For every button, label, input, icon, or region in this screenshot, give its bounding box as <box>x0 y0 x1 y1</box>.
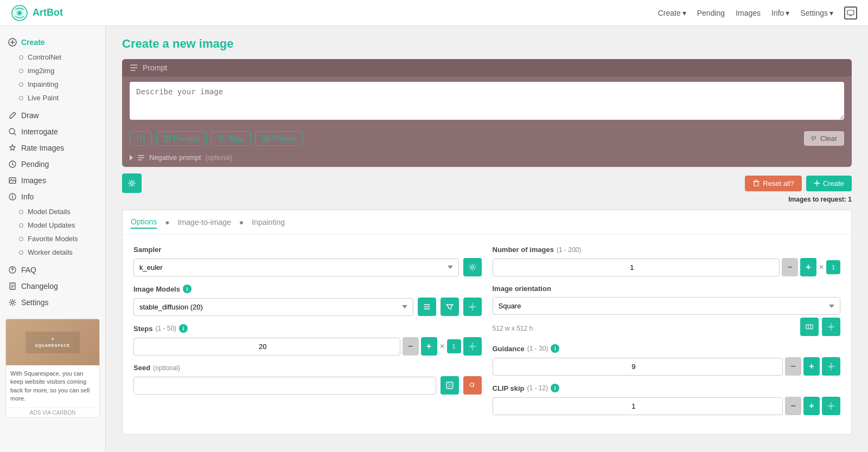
steps-decrement[interactable]: − <box>403 337 419 356</box>
options-grid: Sampler k_euler <box>133 246 840 423</box>
chevron-right-icon <box>130 155 133 160</box>
steps-input[interactable] <box>133 338 400 356</box>
guidance-input[interactable] <box>493 358 783 376</box>
tags-button[interactable]: Tags <box>211 131 250 146</box>
image-orientation-select[interactable]: Square <box>493 297 841 315</box>
seed-back-button[interactable] <box>463 376 482 395</box>
pencil-icon <box>8 111 17 120</box>
sidebar-sub-favorite-models[interactable]: Favorite Models <box>0 232 105 246</box>
seed-input[interactable] <box>133 377 436 395</box>
prompts-button[interactable]: Prompts <box>156 131 207 146</box>
num-images-group: Number of images (1 - 200) − + ✕ 1 <box>493 246 841 276</box>
steps-increment[interactable]: + <box>421 337 437 356</box>
settings-button[interactable] <box>122 173 142 193</box>
app-logo[interactable]: ArtBot <box>11 4 63 22</box>
sidebar-sub-model-details[interactable]: Model Details <box>0 205 105 218</box>
svg-rect-3 <box>847 10 854 15</box>
models-filter-button[interactable] <box>441 298 459 316</box>
num-images-increment[interactable]: + <box>800 258 816 276</box>
num-images-decrement[interactable]: − <box>782 258 798 276</box>
guidance-increment[interactable]: + <box>803 357 820 376</box>
sidebar-item-info[interactable]: Info <box>0 189 105 205</box>
topnav-right: Create ▾ Pending Images Info ▾ Settings … <box>658 7 857 20</box>
steps-settings-button[interactable] <box>463 337 482 356</box>
guidance-row: − + <box>493 357 841 376</box>
sampler-select[interactable]: k_euler <box>133 259 459 276</box>
sidebar-item-rate-images[interactable]: Rate Images <box>0 140 105 156</box>
gear-icon <box>8 298 17 307</box>
filter-icon <box>446 304 454 310</box>
dot-icon <box>19 223 23 228</box>
sidebar-sub-inpainting[interactable]: Inpainting <box>0 78 105 91</box>
nav-create[interactable]: Create ▾ <box>658 9 686 17</box>
num-images-input[interactable] <box>493 259 780 276</box>
steps-multiplier[interactable]: 1 <box>447 339 461 353</box>
models-list-button[interactable] <box>418 298 436 316</box>
sidebar-sub-model-updates[interactable]: Model Updates <box>0 218 105 232</box>
sidebar-item-interrogate[interactable]: Interrogate <box>0 124 105 140</box>
svg-rect-18 <box>263 136 269 141</box>
sidebar-item-pending[interactable]: Pending <box>0 156 105 172</box>
seed-dice-button[interactable] <box>441 376 459 395</box>
page-title: Create a new image <box>122 37 852 51</box>
image-models-info[interactable]: i <box>183 285 192 293</box>
ad-footer: ADS VIA CARBON <box>6 408 99 417</box>
options-tabs: Options ● Image-to-image ● Inpainting <box>123 210 851 235</box>
svg-point-26 <box>448 384 449 385</box>
create-button[interactable]: Create <box>806 176 852 191</box>
sidebar-item-faq[interactable]: FAQ <box>0 262 105 278</box>
sampler-settings-button[interactable] <box>463 258 482 276</box>
plus-icon <box>814 180 820 186</box>
add-button[interactable]: [+] <box>130 131 152 146</box>
tab-inpainting[interactable]: Inpainting <box>252 216 285 228</box>
sidebar-item-draw[interactable]: Draw <box>0 107 105 124</box>
nav-pending[interactable]: Pending <box>697 9 725 17</box>
svg-point-24 <box>471 345 474 347</box>
orientation-aspect-button[interactable] <box>800 318 819 336</box>
images-to-request: Images to request: 1 <box>122 196 852 203</box>
dot-icon <box>19 96 23 100</box>
clip-skip-info[interactable]: i <box>551 384 559 392</box>
tab-image-to-image[interactable]: Image-to-image <box>178 216 231 228</box>
sidebar-sub-livepaint[interactable]: Live Paint <box>0 91 105 105</box>
clip-skip-decrement[interactable]: − <box>785 397 801 415</box>
sidebar-ad[interactable]: ♥ SQUARESPACE With Squarespace, you can … <box>5 319 100 418</box>
sidebar-sub-controlnet[interactable]: ControlNet <box>0 50 105 64</box>
sidebar-item-changelog[interactable]: Changelog <box>0 278 105 294</box>
sidebar-item-create[interactable]: Create <box>0 34 105 50</box>
models-settings-button[interactable] <box>463 298 482 316</box>
guidance-group: Guidance (1 - 30) i − + <box>493 344 841 376</box>
gear-small-icon <box>827 323 835 331</box>
chevron-down-icon: ▾ <box>786 9 789 17</box>
clip-skip-settings-button[interactable] <box>822 397 840 415</box>
nav-settings[interactable]: Settings ▾ <box>800 9 833 17</box>
num-images-multiplier[interactable]: 1 <box>826 260 840 274</box>
clip-skip-increment[interactable]: + <box>803 397 820 415</box>
app-name: ArtBot <box>33 7 63 18</box>
orientation-settings-button[interactable] <box>822 318 840 336</box>
sidebar-sub-img2img[interactable]: img2img <box>0 64 105 78</box>
image-models-select[interactable]: stable_diffusion (20) <box>133 298 413 316</box>
clip-skip-input[interactable] <box>493 397 783 415</box>
negative-prompt-row[interactable]: Negative prompt (optional) <box>122 150 852 167</box>
sidebar-item-images[interactable]: Images <box>0 172 105 189</box>
image-orientation-row: Square <box>493 297 841 315</box>
sidebar-sub-worker-details[interactable]: Worker details <box>0 246 105 259</box>
nav-images[interactable]: Images <box>736 9 761 17</box>
prompt-textarea[interactable] <box>130 82 844 120</box>
guidance-info[interactable]: i <box>551 344 559 353</box>
clear-button[interactable]: Clear <box>804 131 844 146</box>
image-models-group: Image Models i stable_diffusion (20) <box>133 285 482 316</box>
controls-right: Reset all? Create <box>745 176 852 191</box>
guidance-decrement[interactable]: − <box>785 357 801 376</box>
guidance-settings-button[interactable] <box>822 357 840 376</box>
steps-info[interactable]: i <box>179 324 188 333</box>
trash-icon <box>752 179 760 187</box>
negative-prompt-icon <box>137 154 145 161</box>
reset-all-button[interactable]: Reset all? <box>745 176 802 191</box>
tab-options[interactable]: Options <box>131 216 157 229</box>
sidebar-item-settings[interactable]: Settings <box>0 294 105 311</box>
monitor-icon[interactable] <box>844 7 857 20</box>
nav-info[interactable]: Info ▾ <box>771 9 789 17</box>
presets-button[interactable]: Presets <box>255 131 303 146</box>
